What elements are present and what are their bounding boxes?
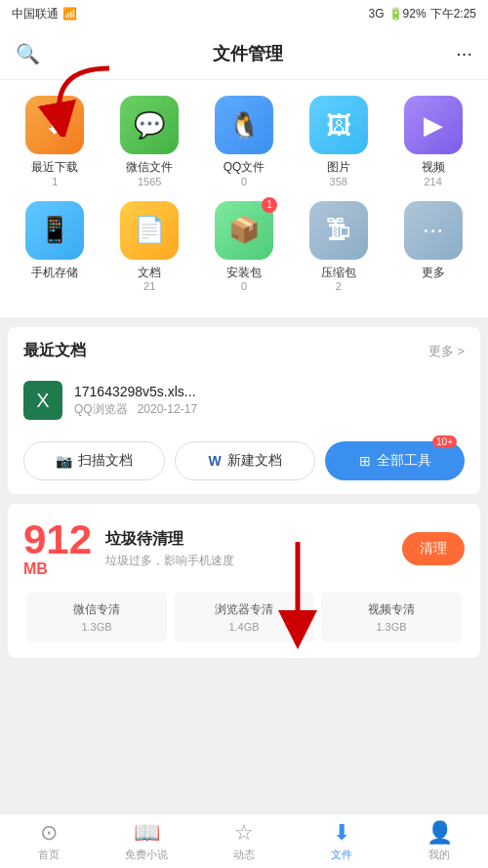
- doc-icon: X: [23, 381, 62, 420]
- bottom-nav: ⊙ 首页 📖 免费小说 ☆ 动态 ⬇ 文件 👤 我的: [0, 813, 488, 868]
- app-item-phone[interactable]: 📱 手机存储: [12, 201, 98, 293]
- cleanup-item-1[interactable]: 浏览器专清 1.4GB: [174, 592, 314, 642]
- cleanup-item-size-0: 1.3GB: [34, 621, 159, 633]
- app-item-photo[interactable]: 🖼 图片 358: [296, 96, 382, 187]
- app-item-download[interactable]: ⬇ 最近下载 1: [12, 96, 98, 187]
- time-label: 下午2:25: [430, 6, 476, 22]
- nav-label-mine: 我的: [428, 847, 450, 862]
- section-header: 最近文档 更多 >: [23, 341, 465, 361]
- app-item-zip[interactable]: 🗜 压缩包 2: [296, 201, 382, 293]
- nav-label-home: 首页: [38, 847, 60, 862]
- app-name-download: 最近下载: [31, 160, 78, 176]
- cleanup-button[interactable]: 清理: [402, 532, 465, 565]
- scan-icon: 📷: [56, 453, 72, 469]
- cleanup-item-title-0: 微信专清: [34, 601, 159, 618]
- status-right: 3G 🔋92% 下午2:25: [369, 6, 476, 22]
- recent-docs-title: 最近文档: [23, 341, 86, 361]
- app-count-wechat: 1565: [138, 176, 161, 187]
- app-name-more: 更多: [422, 266, 445, 281]
- word-icon: W: [208, 453, 221, 469]
- search-icon[interactable]: 🔍: [16, 42, 40, 65]
- app-name-apk: 安装包: [226, 266, 262, 281]
- app-item-doc[interactable]: 📄 文档 21: [106, 201, 192, 293]
- recent-docs-section: 最近文档 更多 > X 171643298v5s.xls... QQ浏览器 20…: [8, 327, 480, 494]
- cleanup-unit: MB: [23, 560, 92, 578]
- main-content: ⬇ 最近下载 1 💬 微信文件 1565 🐧 QQ文件 0 🖼 图片 358 ▶…: [0, 80, 488, 813]
- app-item-video[interactable]: ▶ 视频 214: [390, 96, 476, 187]
- app-icon-video: ▶: [404, 96, 463, 154]
- tools-badge: 10+: [432, 435, 457, 448]
- nav-item-files[interactable]: ⬇ 文件: [293, 814, 390, 868]
- cleanup-item-size-1: 1.4GB: [182, 621, 306, 633]
- nav-item-dynamic[interactable]: ☆ 动态: [195, 814, 293, 868]
- scan-doc-button[interactable]: 📷 扫描文档: [23, 441, 165, 480]
- page-title: 文件管理: [213, 42, 283, 65]
- app-name-zip: 压缩包: [321, 266, 356, 281]
- nav-icon-dynamic: ☆: [234, 820, 254, 846]
- app-item-apk[interactable]: 📦 1 安装包 0: [201, 201, 287, 293]
- action-buttons: 📷 扫描文档 W 新建文档 10+ ⊞ 全部工具: [23, 441, 465, 480]
- app-grid-section: ⬇ 最近下载 1 💬 微信文件 1565 🐧 QQ文件 0 🖼 图片 358 ▶…: [0, 80, 488, 317]
- nav-item-home[interactable]: ⊙ 首页: [0, 814, 98, 868]
- app-count-doc: 21: [143, 280, 155, 292]
- app-icon-apk: 📦 1: [215, 201, 273, 260]
- cleanup-number: 912: [23, 519, 92, 560]
- doc-meta: QQ浏览器 2020-12-17: [74, 401, 465, 418]
- app-header: 🔍 文件管理 ···: [0, 27, 488, 80]
- new-doc-button[interactable]: W 新建文档: [175, 441, 316, 480]
- cleanup-section: 912 MB 垃圾待清理 垃圾过多，影响手机速度 清理 微信专清 1.3GB 浏…: [8, 504, 480, 658]
- app-name-qq: QQ文件: [224, 160, 265, 176]
- app-name-wechat: 微信文件: [126, 160, 173, 176]
- signal-icons: 📶: [62, 7, 77, 21]
- app-count-qq: 0: [241, 176, 247, 187]
- cleanup-item-0[interactable]: 微信专清 1.3GB: [26, 592, 167, 642]
- signal-strength: 3G: [369, 7, 385, 21]
- cleanup-size: 912 MB: [23, 519, 92, 578]
- new-doc-label: 新建文档: [227, 452, 282, 470]
- app-icon-qq: 🐧: [215, 96, 273, 154]
- cleanup-item-size-2: 1.3GB: [329, 621, 454, 633]
- app-count-download: 1: [52, 176, 58, 187]
- nav-icon-novel: 📖: [134, 820, 160, 846]
- app-name-photo: 图片: [327, 160, 350, 176]
- app-name-doc: 文档: [138, 266, 161, 281]
- more-icon[interactable]: ···: [456, 42, 472, 64]
- app-icon-photo: 🖼: [309, 96, 368, 154]
- app-icon-more: ···: [404, 201, 463, 260]
- app-count-video: 214: [424, 176, 441, 187]
- doc-name: 171643298v5s.xls...: [74, 384, 465, 399]
- scan-label: 扫描文档: [78, 452, 133, 470]
- excel-icon: X: [36, 390, 49, 412]
- nav-label-files: 文件: [331, 847, 352, 862]
- app-icon-zip: 🗜: [309, 201, 368, 260]
- doc-info: 171643298v5s.xls... QQ浏览器 2020-12-17: [74, 384, 465, 418]
- doc-item[interactable]: X 171643298v5s.xls... QQ浏览器 2020-12-17: [23, 373, 465, 428]
- app-item-qq[interactable]: 🐧 QQ文件 0: [201, 96, 287, 187]
- nav-label-novel: 免费小说: [125, 847, 168, 862]
- app-item-wechat[interactable]: 💬 微信文件 1565: [106, 96, 192, 187]
- cleanup-info: 垃圾待清理 垃圾过多，影响手机速度: [105, 529, 402, 569]
- all-tools-button[interactable]: 10+ ⊞ 全部工具: [325, 441, 465, 480]
- carrier-label: 中国联通: [12, 6, 59, 22]
- cleanup-item-2[interactable]: 视频专清 1.3GB: [321, 592, 462, 642]
- nav-item-mine[interactable]: 👤 我的: [390, 814, 488, 868]
- cleanup-title: 垃圾待清理: [105, 529, 402, 550]
- nav-icon-files: ⬇: [333, 820, 350, 846]
- cleanup-item-title-2: 视频专清: [329, 601, 454, 618]
- more-link[interactable]: 更多 >: [428, 343, 465, 360]
- app-count-apk: 0: [241, 280, 247, 292]
- grid-icon: ⊞: [359, 453, 371, 469]
- all-tools-label: 全部工具: [377, 452, 431, 470]
- app-count-zip: 2: [336, 280, 342, 292]
- cleanup-item-title-1: 浏览器专清: [182, 601, 306, 618]
- nav-label-dynamic: 动态: [233, 847, 255, 862]
- app-icon-download: ⬇: [25, 96, 84, 154]
- battery-icon: 🔋92%: [388, 7, 427, 21]
- status-left: 中国联通 📶: [12, 6, 77, 22]
- nav-item-novel[interactable]: 📖 免费小说: [98, 814, 195, 868]
- app-icon-doc: 📄: [120, 201, 179, 260]
- cleanup-desc: 垃圾过多，影响手机速度: [105, 553, 402, 569]
- app-item-more[interactable]: ··· 更多: [390, 201, 476, 293]
- app-count-photo: 358: [330, 176, 347, 187]
- app-name-phone: 手机存储: [31, 266, 78, 281]
